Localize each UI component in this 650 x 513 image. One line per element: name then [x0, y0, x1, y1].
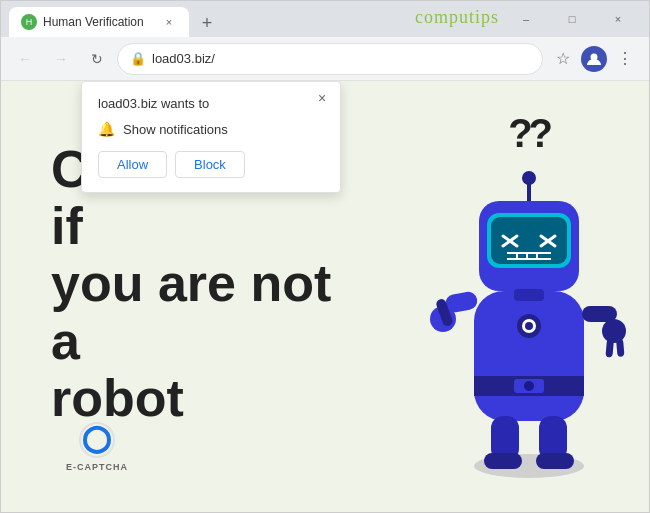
- active-tab[interactable]: H Human Verification ×: [9, 7, 189, 37]
- bookmark-button[interactable]: ☆: [547, 43, 579, 75]
- new-tab-button[interactable]: +: [193, 9, 221, 37]
- svg-rect-20: [514, 289, 544, 301]
- heading-line2: you are not a: [51, 255, 371, 369]
- svg-point-7: [524, 381, 534, 391]
- svg-rect-3: [474, 291, 584, 421]
- svg-point-27: [602, 319, 626, 343]
- popup-notification-row: 🔔 Show notifications: [98, 121, 324, 137]
- reload-button[interactable]: ↻: [81, 43, 113, 75]
- svg-rect-10: [491, 217, 567, 264]
- popup-row-text: Show notifications: [123, 122, 228, 137]
- url-text: load03.biz/: [152, 51, 530, 66]
- toolbar-right: ☆ ⋮: [547, 43, 641, 75]
- heading-line3: robot: [51, 370, 371, 427]
- branding-text: computips: [415, 7, 499, 28]
- svg-rect-35: [484, 453, 522, 469]
- maximize-button[interactable]: □: [549, 1, 595, 37]
- robot-svg: [429, 121, 629, 481]
- captcha-logo: E-CAPTCHA: [66, 420, 128, 472]
- profile-avatar[interactable]: [581, 46, 607, 72]
- forward-button[interactable]: →: [45, 43, 77, 75]
- bell-icon: 🔔: [98, 121, 115, 137]
- minimize-button[interactable]: –: [503, 1, 549, 37]
- tab-title: Human Verification: [43, 15, 155, 29]
- window-controls: – □ ×: [503, 1, 641, 37]
- popup-close-button[interactable]: ×: [312, 88, 332, 108]
- svg-point-22: [522, 171, 536, 185]
- captcha-label: E-CAPTCHA: [66, 462, 128, 472]
- title-bar: H Human Verification × + computips – □ ×: [1, 1, 649, 37]
- close-window-button[interactable]: ×: [595, 1, 641, 37]
- allow-button[interactable]: Allow: [98, 151, 167, 178]
- back-button[interactable]: ←: [9, 43, 41, 75]
- page-content: load03.biz wants to × 🔔 Show notificatio…: [1, 81, 649, 512]
- tab-favicon: H: [21, 14, 37, 30]
- captcha-c-icon: [77, 420, 117, 460]
- popup-title: load03.biz wants to: [98, 96, 324, 111]
- popup-buttons: Allow Block: [98, 151, 324, 178]
- lock-icon: 🔒: [130, 51, 146, 66]
- address-bar: ← → ↻ 🔒 load03.biz/ ☆ ⋮: [1, 37, 649, 81]
- svg-point-32: [525, 322, 533, 330]
- svg-rect-28: [605, 339, 614, 358]
- menu-button[interactable]: ⋮: [609, 43, 641, 75]
- notification-popup: load03.biz wants to × 🔔 Show notificatio…: [81, 81, 341, 193]
- svg-rect-36: [536, 453, 574, 469]
- url-bar[interactable]: 🔒 load03.biz/: [117, 43, 543, 75]
- browser-window: H Human Verification × + computips – □ ×…: [0, 0, 650, 513]
- tab-close-button[interactable]: ×: [161, 14, 177, 30]
- block-button[interactable]: Block: [175, 151, 245, 178]
- svg-rect-29: [616, 338, 625, 357]
- robot-area: ??: [399, 101, 629, 481]
